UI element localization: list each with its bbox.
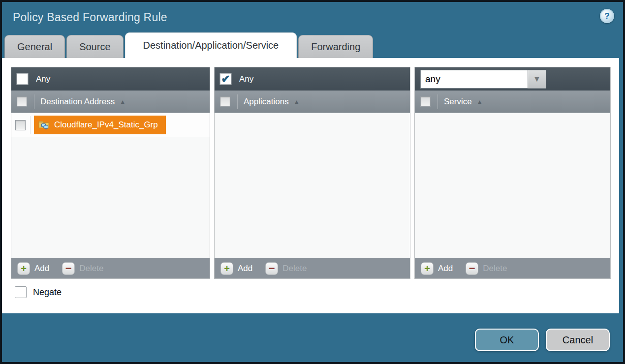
applications-any-label: Any bbox=[239, 74, 253, 84]
applications-list bbox=[215, 113, 410, 258]
minus-icon: − bbox=[265, 262, 278, 275]
destination-select-all-checkbox[interactable] bbox=[17, 96, 27, 107]
service-select-all-checkbox[interactable] bbox=[420, 96, 431, 107]
destination-item-checkbox[interactable] bbox=[15, 120, 26, 130]
applications-delete-button[interactable]: − Delete bbox=[265, 262, 307, 275]
minus-icon: − bbox=[62, 262, 75, 275]
tab-destination-application-service[interactable]: Destination/Application/Service bbox=[125, 32, 297, 58]
service-delete-button[interactable]: − Delete bbox=[466, 262, 507, 275]
tab-forwarding[interactable]: Forwarding bbox=[298, 35, 373, 58]
address-group-icon bbox=[38, 120, 50, 130]
service-panel: any ▼ Service ▲ + Add bbox=[414, 67, 611, 279]
destination-toolbar: + Add − Delete bbox=[11, 258, 210, 278]
service-any-row: any ▼ bbox=[415, 67, 610, 91]
service-toolbar: + Add − Delete bbox=[415, 258, 610, 278]
sort-ascending-icon: ▲ bbox=[120, 99, 125, 105]
dropdown-arrow-button[interactable]: ▼ bbox=[528, 70, 546, 89]
service-list bbox=[415, 113, 610, 258]
destination-delete-button[interactable]: − Delete bbox=[62, 262, 103, 275]
sort-ascending-icon: ▲ bbox=[477, 99, 483, 105]
destination-any-row: Any bbox=[11, 67, 210, 91]
sort-ascending-icon: ▲ bbox=[294, 99, 300, 105]
negate-row: Negate bbox=[15, 286, 619, 298]
destination-any-label: Any bbox=[36, 74, 50, 84]
negate-label: Negate bbox=[33, 287, 62, 298]
dialog-action-bar: OK Cancel bbox=[475, 329, 610, 351]
header-divider bbox=[438, 94, 438, 109]
service-column-header[interactable]: Service ▲ bbox=[415, 91, 610, 113]
destination-any-checkbox[interactable] bbox=[17, 73, 28, 85]
destination-add-button[interactable]: + Add bbox=[17, 262, 49, 275]
minus-icon: − bbox=[466, 262, 478, 275]
destination-list: Cloudflare_IPv4_Static_Grp bbox=[11, 113, 210, 258]
header-divider bbox=[34, 94, 34, 109]
ok-button[interactable]: OK bbox=[475, 329, 539, 351]
plus-icon: + bbox=[220, 262, 233, 275]
applications-any-checkbox[interactable]: ✔ bbox=[220, 73, 231, 85]
destination-column-header[interactable]: Destination Address ▲ bbox=[11, 91, 210, 113]
tab-content: Any Destination Address ▲ bbox=[2, 58, 619, 313]
plus-icon: + bbox=[17, 262, 30, 275]
destination-header-label: Destination Address bbox=[40, 97, 115, 107]
applications-any-row: ✔ Any bbox=[215, 67, 410, 91]
service-type-value[interactable]: any bbox=[420, 70, 528, 89]
applications-header-label: Applications bbox=[244, 97, 289, 107]
applications-column-header[interactable]: Applications ▲ bbox=[215, 91, 410, 113]
destination-list-item[interactable]: Cloudflare_IPv4_Static_Grp bbox=[11, 113, 210, 137]
applications-panel: ✔ Any Applications ▲ + Add − bbox=[214, 67, 410, 279]
applications-toolbar: + Add − Delete bbox=[215, 258, 410, 278]
service-header-label: Service bbox=[444, 97, 472, 107]
row-divider bbox=[30, 116, 31, 134]
cancel-button[interactable]: Cancel bbox=[546, 329, 610, 351]
destination-address-panel: Any Destination Address ▲ bbox=[11, 67, 210, 279]
plus-icon: + bbox=[421, 262, 434, 275]
applications-add-button[interactable]: + Add bbox=[220, 262, 252, 275]
service-type-dropdown: any ▼ bbox=[420, 70, 546, 89]
columns-container: Any Destination Address ▲ bbox=[2, 58, 619, 279]
negate-checkbox[interactable] bbox=[15, 286, 27, 298]
dialog-title: Policy Based Forwarding Rule bbox=[13, 11, 167, 24]
destination-item-chip[interactable]: Cloudflare_IPv4_Static_Grp bbox=[34, 116, 166, 134]
service-add-button[interactable]: + Add bbox=[421, 262, 453, 275]
chevron-down-icon: ▼ bbox=[533, 75, 541, 84]
help-icon[interactable]: ? bbox=[600, 9, 614, 23]
dialog-titlebar: Policy Based Forwarding Rule bbox=[2, 2, 623, 32]
tab-general[interactable]: General bbox=[4, 35, 65, 58]
tab-bar: General Source Destination/Application/S… bbox=[2, 32, 623, 58]
policy-based-forwarding-rule-dialog: Policy Based Forwarding Rule ? General S… bbox=[0, 0, 625, 364]
destination-item-label: Cloudflare_IPv4_Static_Grp bbox=[54, 120, 158, 130]
header-divider bbox=[237, 94, 238, 109]
applications-select-all-checkbox[interactable] bbox=[220, 96, 230, 107]
tab-source[interactable]: Source bbox=[66, 35, 123, 58]
